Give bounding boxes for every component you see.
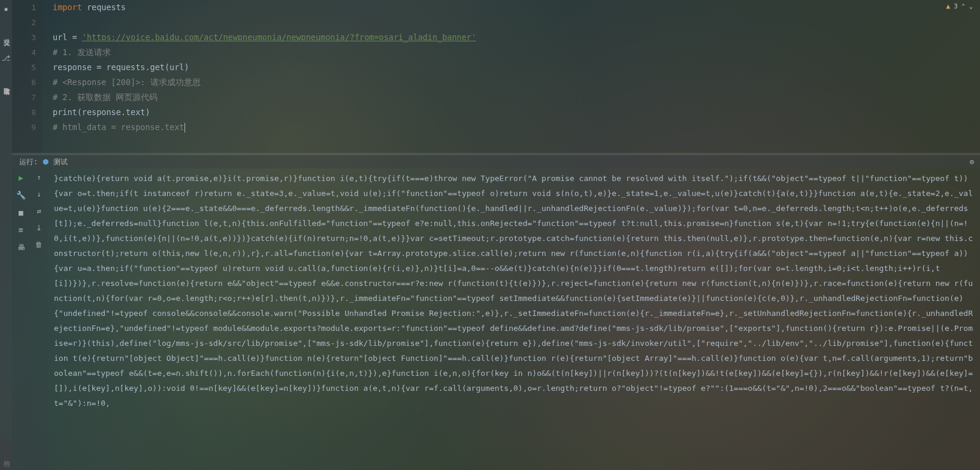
- trash-icon[interactable]: 🗑: [35, 240, 43, 249]
- line-number: 3: [12, 30, 36, 45]
- code-line[interactable]: [53, 15, 980, 30]
- commit-tab[interactable]: 提交: [2, 31, 11, 36]
- code-line[interactable]: import requests: [53, 0, 980, 15]
- code-line[interactable]: url = 'https://voice.baidu.com/act/newpn…: [53, 30, 980, 45]
- rerun-button[interactable]: ▶: [19, 173, 23, 182]
- code-line[interactable]: # 1. 发送请求: [53, 45, 980, 60]
- run-tool-window: 运行: ⬢ 测试 ⚙ ▶ 🔧 ■ ≡ 🖶 ↑ ↓ ⇄ ⤓ 🗑: [12, 155, 980, 470]
- run-config-name[interactable]: 测试: [53, 157, 68, 167]
- inspection-indicator[interactable]: ▲ 3 ⌃ ⌄: [946, 2, 973, 10]
- console-output[interactable]: }catch(e){return void a(t.promise,e)}i(t…: [48, 168, 980, 470]
- line-number-gutter: 123456789: [12, 0, 42, 153]
- gear-icon[interactable]: ⚙: [970, 158, 974, 166]
- code-editor[interactable]: 123456789 import requestsurl = 'https://…: [12, 0, 980, 153]
- python-icon: ⬢: [43, 158, 49, 166]
- left-tool-rail: ▪ 提交 ⎇ 拉取请求: [0, 0, 12, 470]
- line-number: 1: [12, 0, 36, 15]
- code-content[interactable]: import requestsurl = 'https://voice.baid…: [42, 0, 980, 153]
- run-label: 运行:: [19, 157, 38, 167]
- layout-icon[interactable]: ≡: [19, 225, 23, 234]
- warning-count: 3: [954, 2, 958, 10]
- folder-icon[interactable]: ▪: [4, 5, 8, 13]
- stop-button[interactable]: ■: [19, 208, 23, 217]
- code-line[interactable]: # html_data = response.text: [53, 120, 980, 135]
- line-number: 6: [12, 75, 36, 90]
- down-arrow-icon[interactable]: ↓: [37, 190, 41, 198]
- branch-icon[interactable]: ⎇: [2, 54, 10, 62]
- code-line[interactable]: print(response.text): [53, 105, 980, 120]
- soft-wrap-icon[interactable]: ⇄: [37, 207, 41, 215]
- scroll-to-end-icon[interactable]: ⤓: [36, 224, 42, 232]
- line-number: 5: [12, 60, 36, 75]
- code-line[interactable]: # 2. 获取数据 网页源代码: [53, 90, 980, 105]
- code-line[interactable]: # <Response [200]>: 请求成功意思: [53, 75, 980, 90]
- console-toolbar-secondary: ↑ ↓ ⇄ ⤓ 🗑: [30, 168, 48, 470]
- pull-requests-tab[interactable]: 拉取请求: [2, 80, 11, 85]
- wrench-icon[interactable]: 🔧: [16, 191, 26, 200]
- code-line[interactable]: response = requests.get(url): [53, 60, 980, 75]
- warning-icon: ▲: [946, 2, 951, 10]
- line-number: 8: [12, 105, 36, 120]
- up-arrow-icon[interactable]: ↑: [37, 173, 41, 182]
- line-number: 4: [12, 45, 36, 60]
- line-number: 7: [12, 90, 36, 105]
- line-number: 2: [12, 15, 36, 30]
- chevron-up-icon[interactable]: ⌃: [961, 2, 966, 10]
- console-toolbar-primary: ▶ 🔧 ■ ≡ 🖶: [12, 168, 30, 470]
- console-header: 运行: ⬢ 测试 ⚙: [12, 155, 980, 168]
- line-number: 9: [12, 120, 36, 135]
- printer-icon[interactable]: 🖶: [17, 243, 25, 252]
- chevron-down-icon[interactable]: ⌄: [969, 2, 973, 10]
